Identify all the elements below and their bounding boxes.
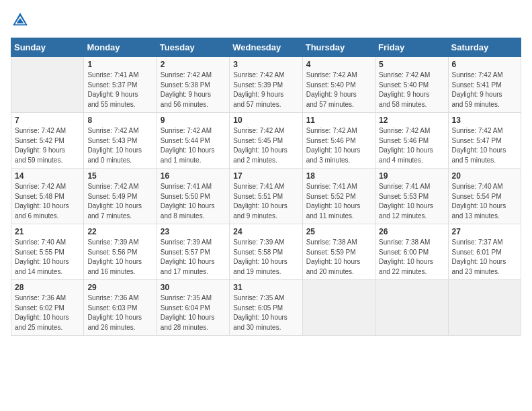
- calendar-cell: 12Sunrise: 7:42 AM Sunset: 5:46 PM Dayli…: [375, 113, 448, 169]
- calendar-cell: 19Sunrise: 7:41 AM Sunset: 5:53 PM Dayli…: [375, 169, 448, 224]
- calendar-cell: 9Sunrise: 7:42 AM Sunset: 5:44 PM Daylig…: [157, 113, 229, 169]
- day-number: 22: [87, 227, 152, 236]
- day-info: Sunrise: 7:40 AM Sunset: 5:55 PM Dayligh…: [15, 238, 80, 277]
- day-number: 30: [161, 283, 226, 292]
- calendar-week-row: 28Sunrise: 7:36 AM Sunset: 6:02 PM Dayli…: [11, 280, 521, 336]
- day-info: Sunrise: 7:42 AM Sunset: 5:43 PM Dayligh…: [87, 126, 152, 165]
- calendar-cell: 4Sunrise: 7:42 AM Sunset: 5:40 PM Daylig…: [302, 57, 375, 113]
- day-number: 4: [306, 60, 371, 69]
- day-number: 21: [15, 227, 80, 236]
- day-number: 11: [306, 116, 371, 125]
- day-number: 28: [15, 283, 80, 292]
- day-info: Sunrise: 7:42 AM Sunset: 5:41 PM Dayligh…: [452, 71, 517, 109]
- calendar-cell: 10Sunrise: 7:42 AM Sunset: 5:45 PM Dayli…: [230, 113, 302, 169]
- day-number: 6: [452, 60, 517, 69]
- day-info: Sunrise: 7:38 AM Sunset: 6:00 PM Dayligh…: [379, 238, 444, 277]
- day-number: 31: [233, 283, 298, 292]
- day-info: Sunrise: 7:41 AM Sunset: 5:50 PM Dayligh…: [161, 182, 226, 221]
- calendar-cell: 20Sunrise: 7:40 AM Sunset: 5:54 PM Dayli…: [448, 169, 521, 224]
- day-info: Sunrise: 7:42 AM Sunset: 5:44 PM Dayligh…: [161, 126, 226, 165]
- day-info: Sunrise: 7:35 AM Sunset: 6:04 PM Dayligh…: [161, 293, 226, 332]
- day-number: 5: [379, 60, 444, 69]
- calendar-cell: 24Sunrise: 7:39 AM Sunset: 5:58 PM Dayli…: [230, 224, 302, 280]
- calendar-cell: 27Sunrise: 7:37 AM Sunset: 6:01 PM Dayli…: [448, 224, 521, 280]
- day-number: 16: [161, 171, 226, 181]
- calendar-cell: 1Sunrise: 7:41 AM Sunset: 5:37 PM Daylig…: [84, 57, 157, 113]
- day-number: 27: [452, 227, 517, 236]
- day-info: Sunrise: 7:36 AM Sunset: 6:02 PM Dayligh…: [15, 293, 80, 332]
- calendar-week-row: 14Sunrise: 7:42 AM Sunset: 5:48 PM Dayli…: [11, 169, 521, 224]
- calendar-cell: 7Sunrise: 7:42 AM Sunset: 5:42 PM Daylig…: [11, 113, 84, 169]
- day-info: Sunrise: 7:42 AM Sunset: 5:47 PM Dayligh…: [452, 126, 517, 165]
- day-info: Sunrise: 7:39 AM Sunset: 5:56 PM Dayligh…: [87, 238, 152, 277]
- day-number: 15: [87, 171, 152, 181]
- calendar-cell: 6Sunrise: 7:42 AM Sunset: 5:41 PM Daylig…: [448, 57, 521, 113]
- day-info: Sunrise: 7:42 AM Sunset: 5:45 PM Dayligh…: [233, 126, 298, 165]
- calendar-cell: 16Sunrise: 7:41 AM Sunset: 5:50 PM Dayli…: [157, 169, 229, 224]
- day-number: 12: [379, 116, 444, 125]
- day-number: 8: [87, 116, 152, 125]
- day-info: Sunrise: 7:42 AM Sunset: 5:40 PM Dayligh…: [379, 71, 444, 109]
- calendar-cell: 26Sunrise: 7:38 AM Sunset: 6:00 PM Dayli…: [375, 224, 448, 280]
- day-info: Sunrise: 7:42 AM Sunset: 5:46 PM Dayligh…: [306, 126, 371, 165]
- calendar-cell: 31Sunrise: 7:35 AM Sunset: 6:05 PM Dayli…: [230, 280, 302, 336]
- day-number: 7: [15, 116, 80, 125]
- calendar-cell: [11, 57, 84, 113]
- day-info: Sunrise: 7:42 AM Sunset: 5:49 PM Dayligh…: [87, 182, 152, 221]
- calendar-cell: 21Sunrise: 7:40 AM Sunset: 5:55 PM Dayli…: [11, 224, 84, 280]
- day-number: 25: [306, 227, 371, 236]
- day-info: Sunrise: 7:41 AM Sunset: 5:37 PM Dayligh…: [87, 71, 152, 109]
- calendar-cell: 30Sunrise: 7:35 AM Sunset: 6:04 PM Dayli…: [157, 280, 229, 336]
- calendar-cell: [302, 280, 375, 336]
- weekday-header-saturday: Saturday: [448, 38, 521, 57]
- calendar-cell: 29Sunrise: 7:36 AM Sunset: 6:03 PM Dayli…: [84, 280, 157, 336]
- calendar-cell: 13Sunrise: 7:42 AM Sunset: 5:47 PM Dayli…: [448, 113, 521, 169]
- calendar-cell: 22Sunrise: 7:39 AM Sunset: 5:56 PM Dayli…: [84, 224, 157, 280]
- calendar-cell: 23Sunrise: 7:39 AM Sunset: 5:57 PM Dayli…: [157, 224, 229, 280]
- weekday-header-thursday: Thursday: [302, 38, 375, 57]
- calendar-week-row: 1Sunrise: 7:41 AM Sunset: 5:37 PM Daylig…: [11, 57, 521, 113]
- day-info: Sunrise: 7:42 AM Sunset: 5:42 PM Dayligh…: [15, 126, 80, 165]
- weekday-header-sunday: Sunday: [11, 38, 84, 57]
- day-number: 17: [233, 171, 298, 181]
- weekday-header-wednesday: Wednesday: [230, 38, 302, 57]
- day-info: Sunrise: 7:41 AM Sunset: 5:51 PM Dayligh…: [233, 182, 298, 221]
- day-info: Sunrise: 7:35 AM Sunset: 6:05 PM Dayligh…: [233, 293, 298, 332]
- calendar-cell: 11Sunrise: 7:42 AM Sunset: 5:46 PM Dayli…: [302, 113, 375, 169]
- day-info: Sunrise: 7:40 AM Sunset: 5:54 PM Dayligh…: [452, 182, 517, 221]
- day-number: 9: [161, 116, 226, 125]
- day-info: Sunrise: 7:42 AM Sunset: 5:39 PM Dayligh…: [233, 71, 298, 109]
- day-info: Sunrise: 7:42 AM Sunset: 5:48 PM Dayligh…: [15, 182, 80, 221]
- calendar-cell: 8Sunrise: 7:42 AM Sunset: 5:43 PM Daylig…: [84, 113, 157, 169]
- day-number: 14: [15, 171, 80, 181]
- day-number: 1: [87, 60, 152, 69]
- day-info: Sunrise: 7:36 AM Sunset: 6:03 PM Dayligh…: [87, 293, 152, 332]
- calendar-cell: [448, 280, 521, 336]
- day-info: Sunrise: 7:41 AM Sunset: 5:53 PM Dayligh…: [379, 182, 444, 221]
- weekday-header-friday: Friday: [375, 38, 448, 57]
- day-number: 23: [161, 227, 226, 236]
- day-info: Sunrise: 7:41 AM Sunset: 5:52 PM Dayligh…: [306, 182, 371, 221]
- day-info: Sunrise: 7:42 AM Sunset: 5:46 PM Dayligh…: [379, 126, 444, 165]
- calendar-table: SundayMondayTuesdayWednesdayThursdayFrid…: [11, 38, 521, 336]
- weekday-header-tuesday: Tuesday: [157, 38, 229, 57]
- page-header: [11, 11, 521, 30]
- logo: [11, 11, 32, 30]
- day-number: 20: [452, 171, 517, 181]
- weekday-header-row: SundayMondayTuesdayWednesdayThursdayFrid…: [11, 38, 521, 57]
- calendar-cell: 25Sunrise: 7:38 AM Sunset: 5:59 PM Dayli…: [302, 224, 375, 280]
- logo-icon: [11, 11, 30, 30]
- weekday-header-monday: Monday: [84, 38, 157, 57]
- calendar-cell: 28Sunrise: 7:36 AM Sunset: 6:02 PM Dayli…: [11, 280, 84, 336]
- calendar-cell: 2Sunrise: 7:42 AM Sunset: 5:38 PM Daylig…: [157, 57, 229, 113]
- day-number: 29: [87, 283, 152, 292]
- day-info: Sunrise: 7:42 AM Sunset: 5:40 PM Dayligh…: [306, 71, 371, 109]
- calendar-week-row: 21Sunrise: 7:40 AM Sunset: 5:55 PM Dayli…: [11, 224, 521, 280]
- calendar-cell: 5Sunrise: 7:42 AM Sunset: 5:40 PM Daylig…: [375, 57, 448, 113]
- day-number: 26: [379, 227, 444, 236]
- day-info: Sunrise: 7:42 AM Sunset: 5:38 PM Dayligh…: [161, 71, 226, 109]
- calendar-cell: 14Sunrise: 7:42 AM Sunset: 5:48 PM Dayli…: [11, 169, 84, 224]
- day-info: Sunrise: 7:38 AM Sunset: 5:59 PM Dayligh…: [306, 238, 371, 277]
- calendar-cell: 17Sunrise: 7:41 AM Sunset: 5:51 PM Dayli…: [230, 169, 302, 224]
- calendar-week-row: 7Sunrise: 7:42 AM Sunset: 5:42 PM Daylig…: [11, 113, 521, 169]
